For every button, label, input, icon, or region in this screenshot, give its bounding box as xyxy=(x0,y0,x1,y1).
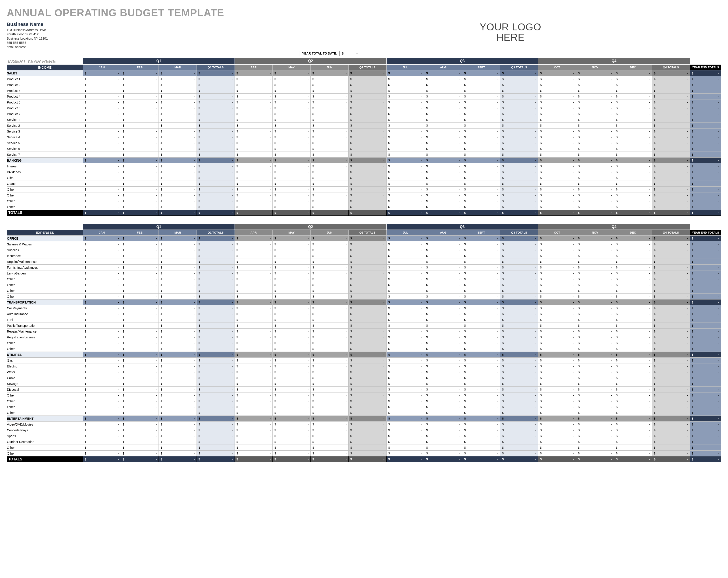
amount-cell[interactable]: $- xyxy=(614,323,652,329)
amount-cell[interactable]: $- xyxy=(424,387,462,393)
amount-cell[interactable]: $- xyxy=(614,410,652,416)
amount-cell[interactable]: $- xyxy=(614,94,652,100)
amount-cell[interactable]: $- xyxy=(424,282,462,288)
amount-cell[interactable]: $- xyxy=(462,163,500,169)
amount-cell[interactable]: $- xyxy=(386,404,424,410)
amount-cell[interactable]: $- xyxy=(235,294,272,299)
amount-cell[interactable]: $- xyxy=(272,175,311,181)
amount-cell[interactable]: $- xyxy=(576,129,614,134)
amount-cell[interactable]: $- xyxy=(159,76,197,82)
amount-cell[interactable]: $- xyxy=(386,76,424,82)
amount-cell[interactable]: $- xyxy=(272,134,311,140)
amount-cell[interactable]: $- xyxy=(235,329,272,334)
amount-cell[interactable]: $- xyxy=(83,198,121,204)
amount-cell[interactable]: $- xyxy=(159,410,197,416)
amount-cell[interactable]: $- xyxy=(235,404,272,410)
amount-cell[interactable]: $- xyxy=(159,175,197,181)
amount-cell[interactable]: $- xyxy=(121,340,159,346)
amount-cell[interactable]: $- xyxy=(272,253,311,259)
amount-cell[interactable]: $- xyxy=(121,265,159,270)
amount-cell[interactable]: $- xyxy=(235,381,272,387)
amount-cell[interactable]: $- xyxy=(462,117,500,123)
amount-cell[interactable]: $- xyxy=(462,105,500,111)
amount-cell[interactable]: $- xyxy=(121,381,159,387)
amount-cell[interactable]: $- xyxy=(538,422,576,427)
amount-cell[interactable]: $- xyxy=(386,451,424,456)
amount-cell[interactable]: $- xyxy=(614,146,652,152)
amount-cell[interactable]: $- xyxy=(462,294,500,299)
amount-cell[interactable]: $- xyxy=(83,422,121,427)
amount-cell[interactable]: $- xyxy=(272,129,311,134)
amount-cell[interactable]: $- xyxy=(272,105,311,111)
amount-cell[interactable]: $- xyxy=(538,329,576,334)
amount-cell[interactable]: $- xyxy=(159,181,197,187)
amount-cell[interactable]: $- xyxy=(538,94,576,100)
amount-cell[interactable]: $- xyxy=(576,311,614,317)
amount-cell[interactable]: $- xyxy=(462,140,500,146)
amount-cell[interactable]: $- xyxy=(424,88,462,94)
amount-cell[interactable]: $- xyxy=(311,82,348,88)
amount-cell[interactable]: $- xyxy=(272,146,311,152)
amount-cell[interactable]: $- xyxy=(311,181,348,187)
amount-cell[interactable]: $- xyxy=(311,369,348,375)
amount-cell[interactable]: $- xyxy=(83,152,121,158)
amount-cell[interactable]: $- xyxy=(235,198,272,204)
amount-cell[interactable]: $- xyxy=(576,381,614,387)
amount-cell[interactable]: $- xyxy=(83,276,121,282)
amount-cell[interactable]: $- xyxy=(462,192,500,198)
amount-cell[interactable]: $- xyxy=(614,175,652,181)
amount-cell[interactable]: $- xyxy=(424,317,462,323)
amount-cell[interactable]: $- xyxy=(614,305,652,311)
amount-cell[interactable]: $- xyxy=(159,433,197,439)
amount-cell[interactable]: $- xyxy=(462,387,500,393)
amount-cell[interactable]: $- xyxy=(576,288,614,294)
amount-cell[interactable]: $- xyxy=(83,439,121,445)
amount-cell[interactable]: $- xyxy=(462,247,500,253)
amount-cell[interactable]: $- xyxy=(235,129,272,134)
amount-cell[interactable]: $- xyxy=(576,393,614,398)
amount-cell[interactable]: $- xyxy=(386,393,424,398)
amount-cell[interactable]: $- xyxy=(424,76,462,82)
amount-cell[interactable]: $- xyxy=(311,129,348,134)
amount-cell[interactable]: $- xyxy=(424,433,462,439)
amount-cell[interactable]: $- xyxy=(311,111,348,117)
amount-cell[interactable]: $- xyxy=(424,175,462,181)
amount-cell[interactable]: $- xyxy=(576,276,614,282)
amount-cell[interactable]: $- xyxy=(235,270,272,276)
amount-cell[interactable]: $- xyxy=(121,288,159,294)
amount-cell[interactable]: $- xyxy=(272,276,311,282)
amount-cell[interactable]: $- xyxy=(121,387,159,393)
amount-cell[interactable]: $- xyxy=(83,294,121,299)
amount-cell[interactable]: $- xyxy=(462,253,500,259)
amount-cell[interactable]: $- xyxy=(83,398,121,404)
amount-cell[interactable]: $- xyxy=(311,204,348,210)
amount-cell[interactable]: $- xyxy=(235,288,272,294)
amount-cell[interactable]: $- xyxy=(576,82,614,88)
amount-cell[interactable]: $- xyxy=(386,105,424,111)
amount-cell[interactable]: $- xyxy=(272,152,311,158)
amount-cell[interactable]: $- xyxy=(462,111,500,117)
amount-cell[interactable]: $- xyxy=(614,381,652,387)
amount-cell[interactable]: $- xyxy=(159,247,197,253)
amount-cell[interactable]: $- xyxy=(614,445,652,451)
amount-cell[interactable]: $- xyxy=(272,433,311,439)
amount-cell[interactable]: $- xyxy=(83,146,121,152)
amount-cell[interactable]: $- xyxy=(462,363,500,369)
amount-cell[interactable]: $- xyxy=(272,94,311,100)
amount-cell[interactable]: $- xyxy=(538,398,576,404)
amount-cell[interactable]: $- xyxy=(576,439,614,445)
amount-cell[interactable]: $- xyxy=(83,393,121,398)
amount-cell[interactable]: $- xyxy=(386,398,424,404)
amount-cell[interactable]: $- xyxy=(576,398,614,404)
amount-cell[interactable]: $- xyxy=(83,427,121,433)
amount-cell[interactable]: $- xyxy=(235,88,272,94)
amount-cell[interactable]: $- xyxy=(83,387,121,393)
amount-cell[interactable]: $- xyxy=(386,282,424,288)
amount-cell[interactable]: $- xyxy=(121,259,159,265)
amount-cell[interactable]: $- xyxy=(614,433,652,439)
amount-cell[interactable]: $- xyxy=(311,253,348,259)
amount-cell[interactable]: $- xyxy=(235,117,272,123)
amount-cell[interactable]: $- xyxy=(311,140,348,146)
amount-cell[interactable]: $- xyxy=(576,363,614,369)
amount-cell[interactable]: $- xyxy=(272,76,311,82)
